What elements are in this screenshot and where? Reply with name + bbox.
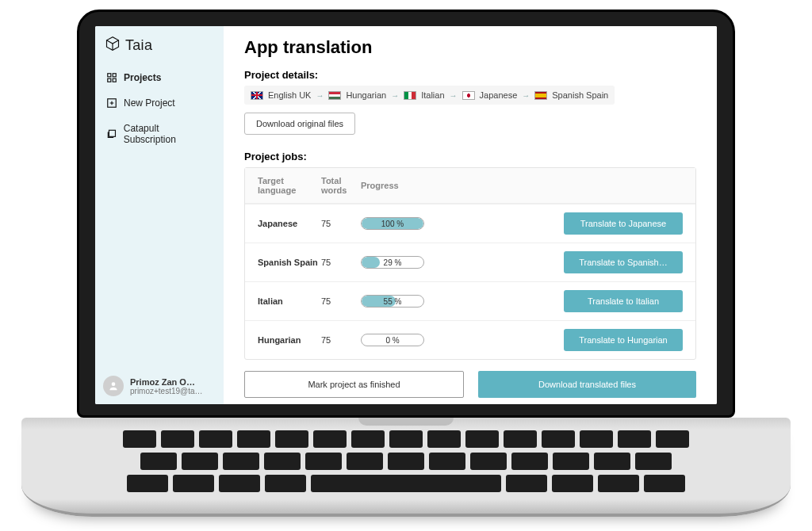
col-words: Total words — [321, 176, 361, 195]
download-translated-button[interactable]: Download translated files — [478, 371, 696, 398]
language-name: English UK — [268, 90, 311, 100]
sidebar-item-new-project[interactable]: New Project — [98, 90, 220, 116]
translate-button[interactable]: Translate to Spanish… — [564, 251, 683, 273]
language-name: Japanese — [480, 90, 518, 100]
col-progress: Progress — [361, 181, 456, 190]
language-name: Italian — [421, 90, 444, 100]
arrow-icon: → — [391, 91, 399, 100]
job-words: 75 — [321, 258, 361, 267]
job-language: Hungarian — [258, 335, 321, 345]
progress-pill: 0 % — [361, 334, 424, 346]
layers-icon — [106, 128, 117, 139]
laptop-mockup: Taia Projects New Project — [0, 0, 812, 531]
job-row: Italian7555 %Translate to Italian — [245, 281, 695, 320]
progress-label: 55 % — [384, 297, 402, 306]
laptop-base — [21, 418, 791, 517]
sidebar-item-label: New Project — [124, 97, 175, 109]
project-jobs: Project jobs: Target language Total word… — [244, 147, 696, 360]
cube-icon — [105, 36, 121, 55]
job-row: Hungarian750 %Translate to Hungarian — [245, 320, 695, 359]
jobs-header-row: Target language Total words Progress — [245, 168, 695, 204]
sidebar: Taia Projects New Project — [95, 26, 224, 404]
job-progress: 100 % — [361, 217, 456, 230]
page-title: App translation — [244, 37, 696, 58]
sidebar-nav: Projects New Project Catapult Subscripti… — [95, 62, 224, 155]
translate-button[interactable]: Translate to Italian — [564, 290, 683, 312]
svg-rect-5 — [109, 130, 115, 136]
progress-pill: 55 % — [361, 295, 424, 308]
job-words: 75 — [321, 219, 361, 228]
svg-rect-0 — [108, 74, 111, 77]
language-name: Hungarian — [346, 90, 386, 100]
main-content: App translation Project details: English… — [224, 26, 717, 404]
job-words: 75 — [321, 296, 361, 306]
job-progress: 55 % — [361, 295, 456, 308]
plus-icon — [106, 97, 117, 109]
arrow-icon: → — [450, 91, 458, 100]
job-progress: 0 % — [361, 334, 456, 346]
arrow-icon: → — [316, 91, 324, 100]
flag-es-icon — [534, 91, 547, 100]
flag-it-icon — [404, 91, 416, 100]
progress-pill: 100 % — [361, 217, 424, 230]
progress-pill: 29 % — [361, 256, 424, 269]
sidebar-item-label: Catapult Subscription — [124, 123, 213, 145]
project-details-heading: Project details: — [244, 69, 696, 81]
svg-point-6 — [112, 382, 116, 386]
avatar — [103, 376, 124, 396]
flag-uk-icon — [251, 91, 263, 100]
user-box[interactable]: Primoz Zan O… primoz+test19@ta… — [95, 368, 224, 404]
job-language: Spanish Spain — [258, 258, 321, 267]
sidebar-item-projects[interactable]: Projects — [98, 65, 220, 90]
progress-label: 29 % — [384, 258, 402, 267]
sidebar-item-catapult[interactable]: Catapult Subscription — [98, 116, 220, 152]
job-row: Spanish Spain7529 %Translate to Spanish… — [245, 243, 695, 281]
mark-finished-button[interactable]: Mark project as finished — [244, 371, 464, 398]
keyboard — [105, 430, 707, 497]
svg-rect-3 — [113, 78, 116, 82]
progress-label: 100 % — [381, 220, 404, 228]
laptop-lid: Taia Projects New Project — [77, 10, 735, 418]
trackpad-notch — [358, 418, 454, 426]
job-words: 75 — [321, 335, 361, 345]
project-jobs-heading: Project jobs: — [244, 151, 696, 162]
flag-jp-icon — [462, 91, 475, 100]
job-language: Japanese — [258, 219, 321, 228]
svg-rect-1 — [113, 74, 116, 77]
grid-icon — [106, 72, 117, 83]
language-name: Spanish Spain — [552, 90, 608, 100]
job-language: Italian — [258, 296, 321, 306]
app-screen: Taia Projects New Project — [95, 26, 717, 404]
footer-actions: Mark project as finished Download transl… — [244, 360, 696, 398]
sidebar-item-label: Projects — [124, 72, 161, 83]
job-row: Japanese75100 %Translate to Japanese — [245, 204, 695, 243]
language-chain: English UK→Hungarian→Italian→Japanese→Sp… — [244, 86, 615, 105]
jobs-table: Target language Total words Progress Jap… — [244, 167, 696, 360]
job-progress: 29 % — [361, 256, 456, 269]
progress-label: 0 % — [385, 336, 399, 345]
arrow-icon: → — [522, 91, 530, 100]
svg-rect-2 — [108, 78, 111, 82]
flag-hu-icon — [328, 91, 341, 100]
col-target: Target language — [258, 176, 321, 195]
translate-button[interactable]: Translate to Japanese — [564, 212, 683, 235]
brand-name: Taia — [125, 37, 152, 54]
user-name: Primoz Zan O… — [130, 377, 203, 387]
brand: Taia — [95, 26, 224, 62]
download-original-button[interactable]: Download original files — [244, 113, 355, 135]
translate-button[interactable]: Translate to Hungarian — [564, 329, 683, 351]
user-email: primoz+test19@ta… — [130, 387, 203, 395]
